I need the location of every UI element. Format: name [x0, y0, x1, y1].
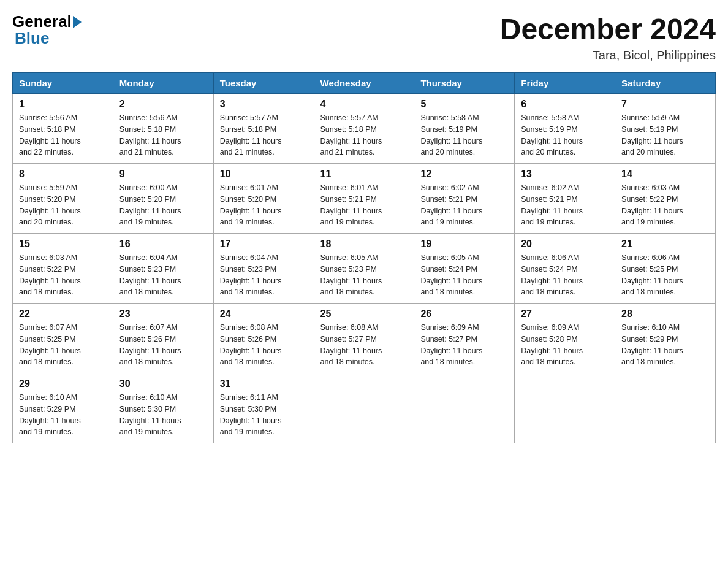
calendar-cell: 29Sunrise: 6:10 AMSunset: 5:29 PMDayligh…: [13, 373, 113, 443]
day-info: Sunrise: 6:06 AMSunset: 5:24 PMDaylight:…: [521, 252, 609, 298]
day-info: Sunrise: 5:58 AMSunset: 5:19 PMDaylight:…: [420, 112, 508, 158]
calendar-cell: 1Sunrise: 5:56 AMSunset: 5:18 PMDaylight…: [13, 94, 113, 164]
day-info: Sunrise: 6:03 AMSunset: 5:22 PMDaylight:…: [621, 182, 709, 228]
day-info: Sunrise: 5:57 AMSunset: 5:18 PMDaylight:…: [320, 112, 408, 158]
calendar-cell: 7Sunrise: 5:59 AMSunset: 5:19 PMDaylight…: [615, 94, 716, 164]
day-number: 24: [220, 308, 308, 320]
weekday-header-wednesday: Wednesday: [314, 73, 414, 94]
day-info: Sunrise: 5:56 AMSunset: 5:18 PMDaylight:…: [19, 112, 107, 158]
day-number: 27: [521, 308, 609, 320]
day-info: Sunrise: 6:01 AMSunset: 5:21 PMDaylight:…: [320, 182, 408, 228]
weekday-header-friday: Friday: [515, 73, 615, 94]
calendar-cell: 24Sunrise: 6:08 AMSunset: 5:26 PMDayligh…: [213, 304, 314, 373]
day-info: Sunrise: 6:05 AMSunset: 5:23 PMDaylight:…: [320, 252, 408, 298]
calendar-cell: 2Sunrise: 5:56 AMSunset: 5:18 PMDaylight…: [113, 94, 213, 164]
calendar-cell: 31Sunrise: 6:11 AMSunset: 5:30 PMDayligh…: [213, 373, 314, 443]
weekday-header-sunday: Sunday: [13, 73, 113, 94]
day-number: 9: [119, 169, 207, 180]
calendar-cell: [414, 373, 515, 443]
day-number: 25: [320, 308, 408, 320]
day-info: Sunrise: 5:57 AMSunset: 5:18 PMDaylight:…: [220, 112, 308, 158]
day-info: Sunrise: 6:09 AMSunset: 5:28 PMDaylight:…: [521, 322, 609, 368]
weekday-header-monday: Monday: [113, 73, 213, 94]
calendar-cell: 30Sunrise: 6:10 AMSunset: 5:30 PMDayligh…: [113, 373, 213, 443]
calendar-cell: 16Sunrise: 6:04 AMSunset: 5:23 PMDayligh…: [113, 234, 213, 304]
day-number: 21: [621, 239, 709, 250]
calendar-cell: 5Sunrise: 5:58 AMSunset: 5:19 PMDaylight…: [414, 94, 515, 164]
calendar-cell: 11Sunrise: 6:01 AMSunset: 5:21 PMDayligh…: [314, 164, 414, 234]
day-info: Sunrise: 6:10 AMSunset: 5:29 PMDaylight:…: [19, 392, 107, 438]
calendar-cell: 23Sunrise: 6:07 AMSunset: 5:26 PMDayligh…: [113, 304, 213, 373]
day-number: 11: [320, 169, 408, 180]
calendar-table: SundayMondayTuesdayWednesdayThursdayFrid…: [12, 72, 716, 443]
day-number: 10: [220, 169, 308, 180]
calendar-cell: 9Sunrise: 6:00 AMSunset: 5:20 PMDaylight…: [113, 164, 213, 234]
location-title: Tara, Bicol, Philippines: [500, 48, 716, 63]
day-info: Sunrise: 6:07 AMSunset: 5:25 PMDaylight:…: [19, 322, 107, 368]
logo-blue-text: Blue: [15, 29, 49, 48]
day-info: Sunrise: 6:02 AMSunset: 5:21 PMDaylight:…: [420, 182, 508, 228]
calendar-cell: 8Sunrise: 5:59 AMSunset: 5:20 PMDaylight…: [13, 164, 113, 234]
weekday-header-saturday: Saturday: [615, 73, 716, 94]
calendar-cell: 21Sunrise: 6:06 AMSunset: 5:25 PMDayligh…: [615, 234, 716, 304]
day-number: 3: [220, 99, 308, 110]
calendar-cell: 22Sunrise: 6:07 AMSunset: 5:25 PMDayligh…: [13, 304, 113, 373]
logo: General Blue: [12, 12, 83, 48]
day-number: 30: [119, 378, 207, 389]
weekday-header-row: SundayMondayTuesdayWednesdayThursdayFrid…: [13, 73, 716, 94]
calendar-cell: 15Sunrise: 6:03 AMSunset: 5:22 PMDayligh…: [13, 234, 113, 304]
calendar-week-row: 15Sunrise: 6:03 AMSunset: 5:22 PMDayligh…: [13, 234, 716, 304]
day-number: 23: [119, 308, 207, 320]
day-number: 1: [19, 99, 107, 110]
day-info: Sunrise: 5:56 AMSunset: 5:18 PMDaylight:…: [119, 112, 207, 158]
calendar-cell: 12Sunrise: 6:02 AMSunset: 5:21 PMDayligh…: [414, 164, 515, 234]
day-number: 15: [19, 239, 107, 250]
day-info: Sunrise: 6:00 AMSunset: 5:20 PMDaylight:…: [119, 182, 207, 228]
day-info: Sunrise: 6:10 AMSunset: 5:29 PMDaylight:…: [621, 322, 709, 368]
day-info: Sunrise: 6:05 AMSunset: 5:24 PMDaylight:…: [420, 252, 508, 298]
day-number: 26: [420, 308, 508, 320]
day-number: 8: [19, 169, 107, 180]
weekday-header-tuesday: Tuesday: [213, 73, 314, 94]
day-info: Sunrise: 6:04 AMSunset: 5:23 PMDaylight:…: [220, 252, 308, 298]
calendar-cell: 10Sunrise: 6:01 AMSunset: 5:20 PMDayligh…: [213, 164, 314, 234]
day-info: Sunrise: 6:07 AMSunset: 5:26 PMDaylight:…: [119, 322, 207, 368]
calendar-cell: 28Sunrise: 6:10 AMSunset: 5:29 PMDayligh…: [615, 304, 716, 373]
day-info: Sunrise: 6:09 AMSunset: 5:27 PMDaylight:…: [420, 322, 508, 368]
day-number: 4: [320, 99, 408, 110]
day-number: 7: [621, 99, 709, 110]
calendar-cell: 6Sunrise: 5:58 AMSunset: 5:19 PMDaylight…: [515, 94, 615, 164]
day-number: 2: [119, 99, 207, 110]
calendar-cell: [314, 373, 414, 443]
title-area: December 2024 Tara, Bicol, Philippines: [500, 12, 716, 63]
day-number: 12: [420, 169, 508, 180]
day-number: 29: [19, 378, 107, 389]
day-info: Sunrise: 6:08 AMSunset: 5:27 PMDaylight:…: [320, 322, 408, 368]
calendar-cell: 13Sunrise: 6:02 AMSunset: 5:21 PMDayligh…: [515, 164, 615, 234]
calendar-week-row: 29Sunrise: 6:10 AMSunset: 5:29 PMDayligh…: [13, 373, 716, 443]
day-number: 20: [521, 239, 609, 250]
day-number: 13: [521, 169, 609, 180]
logo-arrow-icon: [73, 16, 82, 28]
calendar-cell: 3Sunrise: 5:57 AMSunset: 5:18 PMDaylight…: [213, 94, 314, 164]
day-info: Sunrise: 6:04 AMSunset: 5:23 PMDaylight:…: [119, 252, 207, 298]
day-number: 28: [621, 308, 709, 320]
calendar-cell: 14Sunrise: 6:03 AMSunset: 5:22 PMDayligh…: [615, 164, 716, 234]
day-number: 5: [420, 99, 508, 110]
day-info: Sunrise: 6:06 AMSunset: 5:25 PMDaylight:…: [621, 252, 709, 298]
day-info: Sunrise: 5:59 AMSunset: 5:19 PMDaylight:…: [621, 112, 709, 158]
weekday-header-thursday: Thursday: [414, 73, 515, 94]
day-number: 17: [220, 239, 308, 250]
calendar-cell: 4Sunrise: 5:57 AMSunset: 5:18 PMDaylight…: [314, 94, 414, 164]
day-number: 22: [19, 308, 107, 320]
day-info: Sunrise: 6:01 AMSunset: 5:20 PMDaylight:…: [220, 182, 308, 228]
calendar-week-row: 8Sunrise: 5:59 AMSunset: 5:20 PMDaylight…: [13, 164, 716, 234]
day-info: Sunrise: 6:08 AMSunset: 5:26 PMDaylight:…: [220, 322, 308, 368]
day-info: Sunrise: 6:10 AMSunset: 5:30 PMDaylight:…: [119, 392, 207, 438]
calendar-cell: [615, 373, 716, 443]
calendar-cell: 18Sunrise: 6:05 AMSunset: 5:23 PMDayligh…: [314, 234, 414, 304]
calendar-cell: 26Sunrise: 6:09 AMSunset: 5:27 PMDayligh…: [414, 304, 515, 373]
day-number: 6: [521, 99, 609, 110]
day-number: 19: [420, 239, 508, 250]
day-info: Sunrise: 5:58 AMSunset: 5:19 PMDaylight:…: [521, 112, 609, 158]
